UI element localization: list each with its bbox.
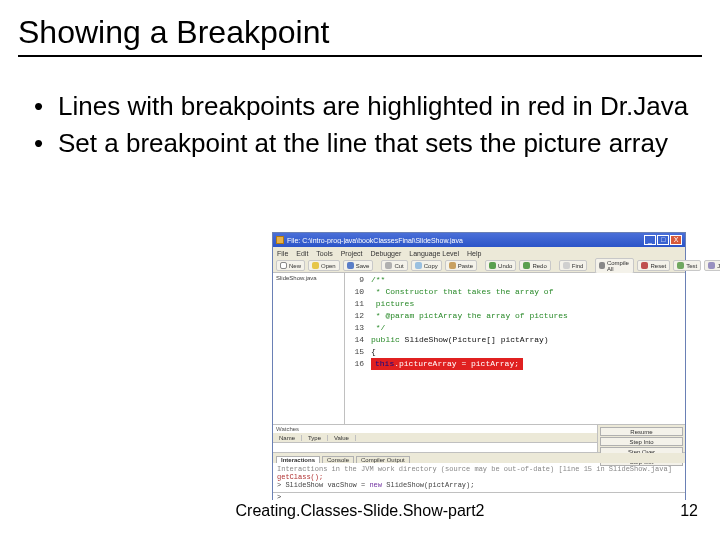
line-number: 16 bbox=[345, 358, 364, 370]
editor-area: SlideShow.java 910111213141516 /** * Con… bbox=[273, 273, 685, 425]
toolbar-label: Open bbox=[321, 263, 336, 269]
toolbar-label: Test bbox=[686, 263, 697, 269]
toolbar-find-button[interactable]: Find bbox=[559, 260, 588, 271]
toolbar-compile-all-button[interactable]: Compile All bbox=[595, 258, 634, 274]
tab-console[interactable]: Console bbox=[322, 456, 354, 463]
line-number: 12 bbox=[345, 310, 364, 322]
code-editor[interactable]: 910111213141516 /** * Constructor that t… bbox=[345, 273, 685, 424]
code-body[interactable]: /** * Constructor that takes the array o… bbox=[367, 273, 685, 424]
maximize-button[interactable]: □ bbox=[657, 235, 669, 245]
window-buttons: _ □ X bbox=[644, 235, 682, 245]
toolbar-label: Copy bbox=[424, 263, 438, 269]
col-name: Name bbox=[273, 435, 302, 441]
code-line[interactable]: pictures bbox=[371, 298, 685, 310]
code-line[interactable]: * @param pictArray the array of pictures bbox=[371, 310, 685, 322]
slide-footer: Creating.Classes-Slide.Show-part2 bbox=[0, 502, 720, 520]
toolbar-label: Undo bbox=[498, 263, 512, 269]
tab-interactions[interactable]: Interactions bbox=[276, 456, 320, 463]
code-line[interactable]: /** bbox=[371, 274, 685, 286]
tab-compiler-output[interactable]: Compiler Output bbox=[356, 456, 410, 463]
line-number: 13 bbox=[345, 322, 364, 334]
minimize-button[interactable]: _ bbox=[644, 235, 656, 245]
menu-language-level[interactable]: Language Level bbox=[409, 250, 459, 257]
toolbar-new-button[interactable]: New bbox=[276, 260, 305, 271]
copy-icon bbox=[415, 262, 422, 269]
toolbar-open-button[interactable]: Open bbox=[308, 260, 340, 271]
line-gutter: 910111213141516 bbox=[345, 273, 367, 424]
variables-table[interactable]: Watches Name Type Value bbox=[273, 425, 597, 452]
file-list-panel[interactable]: SlideShow.java bbox=[273, 273, 345, 424]
console-error-tail: getClass(); bbox=[277, 473, 323, 481]
window-title-text: File: C:\intro-prog-java\bookClassesFina… bbox=[287, 237, 644, 244]
interactions-prompt[interactable]: > bbox=[273, 492, 685, 501]
variables-panel: Watches Name Type Value Resume Step Into… bbox=[273, 425, 685, 453]
bullet-item: Set a breakpoint at the line that sets t… bbox=[28, 128, 702, 159]
redo-icon bbox=[523, 262, 530, 269]
toolbar-copy-button[interactable]: Copy bbox=[411, 260, 442, 271]
toolbar: NewOpenSaveCutCopyPasteUndoRedoFindCompi… bbox=[273, 259, 685, 273]
console-banner: Interactions in the JVM work directory (… bbox=[277, 465, 672, 473]
toolbar-cut-button[interactable]: Cut bbox=[381, 260, 407, 271]
undo-icon bbox=[489, 262, 496, 269]
toolbar-paste-button[interactable]: Paste bbox=[445, 260, 477, 271]
toolbar-redo-button[interactable]: Redo bbox=[519, 260, 550, 271]
breakpoint-line[interactable]: this.pictureArray = pictArray; bbox=[371, 358, 685, 370]
find-icon bbox=[563, 262, 570, 269]
app-icon bbox=[276, 236, 284, 244]
menu-project[interactable]: Project bbox=[341, 250, 363, 257]
slide-title: Showing a Breakpoint bbox=[18, 14, 702, 51]
bottom-tabs: Interactions Console Compiler Output bbox=[273, 453, 685, 463]
step-into-button[interactable]: Step Into bbox=[600, 437, 683, 446]
compile-all-icon bbox=[599, 262, 604, 269]
menu-tools[interactable]: Tools bbox=[316, 250, 332, 257]
toolbar-label: Reset bbox=[650, 263, 666, 269]
toolbar-label: Cut bbox=[394, 263, 403, 269]
toolbar-save-button[interactable]: Save bbox=[343, 260, 374, 271]
new-icon bbox=[280, 262, 287, 269]
line-number: 15 bbox=[345, 346, 364, 358]
col-type: Type bbox=[302, 435, 328, 441]
toolbar-label: Save bbox=[356, 263, 370, 269]
title-underline bbox=[18, 55, 702, 57]
code-line[interactable]: */ bbox=[371, 322, 685, 334]
toolbar-label: Compile All bbox=[607, 260, 631, 272]
code-line[interactable]: * Constructor that takes the array of bbox=[371, 286, 685, 298]
cut-icon bbox=[385, 262, 392, 269]
bullet-text: Lines with breakpoints are highlighted i… bbox=[58, 91, 702, 122]
code-line[interactable]: { bbox=[371, 346, 685, 358]
toolbar-javadoc-button[interactable]: Javadoc bbox=[704, 260, 720, 271]
toolbar-label: Redo bbox=[532, 263, 546, 269]
reset-icon bbox=[641, 262, 648, 269]
toolbar-reset-button[interactable]: Reset bbox=[637, 260, 670, 271]
paste-icon bbox=[449, 262, 456, 269]
menu-edit[interactable]: Edit bbox=[296, 250, 308, 257]
toolbar-test-button[interactable]: Test bbox=[673, 260, 701, 271]
test-icon bbox=[677, 262, 684, 269]
console-line: > SlideShow vacShow = new SlideShow(pict… bbox=[277, 481, 474, 489]
line-number: 11 bbox=[345, 298, 364, 310]
file-list-item[interactable]: SlideShow.java bbox=[276, 275, 341, 281]
code-line[interactable]: public SlideShow(Picture[] pictArray) bbox=[371, 334, 685, 346]
bullet-text: Set a breakpoint at the line that sets t… bbox=[58, 128, 702, 159]
toolbar-label: New bbox=[289, 263, 301, 269]
line-number: 14 bbox=[345, 334, 364, 346]
window-titlebar[interactable]: File: C:\intro-prog-java\bookClassesFina… bbox=[273, 233, 685, 247]
toolbar-label: Find bbox=[572, 263, 584, 269]
line-number: 9 bbox=[345, 274, 364, 286]
interactions-console[interactable]: Interactions in the JVM work directory (… bbox=[273, 463, 685, 492]
menu-help[interactable]: Help bbox=[467, 250, 481, 257]
open-icon bbox=[312, 262, 319, 269]
toolbar-label: Paste bbox=[458, 263, 473, 269]
javadoc-icon bbox=[708, 262, 715, 269]
page-number: 12 bbox=[680, 502, 698, 520]
ide-window: File: C:\intro-prog-java\bookClassesFina… bbox=[272, 232, 686, 500]
save-icon bbox=[347, 262, 354, 269]
close-button[interactable]: X bbox=[670, 235, 682, 245]
bullet-item: Lines with breakpoints are highlighted i… bbox=[28, 91, 702, 122]
resume-button[interactable]: Resume bbox=[600, 427, 683, 436]
bottom-panel: Interactions Console Compiler Output Int… bbox=[273, 453, 685, 501]
menu-debugger[interactable]: Debugger bbox=[370, 250, 401, 257]
menu-file[interactable]: File bbox=[277, 250, 288, 257]
toolbar-undo-button[interactable]: Undo bbox=[485, 260, 516, 271]
variables-header: Name Type Value bbox=[273, 433, 597, 443]
